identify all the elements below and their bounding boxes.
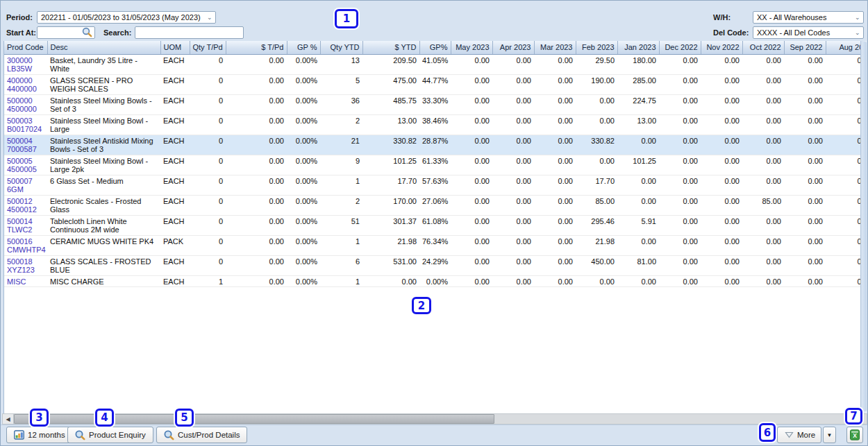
month-1-cell: 0.00	[492, 235, 534, 255]
month-0-cell: 0.00	[451, 135, 492, 155]
prod-code-cell[interactable]: 500016CMWHTP4	[4, 235, 47, 255]
period-dropdown[interactable]: 202211 - 01/05/2023 to 31/05/2023 (May 2…	[37, 11, 216, 24]
prod-code-cell[interactable]: 5000004500000	[4, 94, 47, 114]
gp_tpd-cell: 0.00%	[287, 94, 320, 114]
table-row[interactable]: 5000054500005Stainless Steel Mixing Bowl…	[4, 155, 862, 175]
column-header-qty_tpd[interactable]: Qty T/Pd	[190, 41, 226, 54]
product-enquiry-button[interactable]: Product Enquiry	[67, 427, 153, 443]
amt_tpd-cell: 0.00	[226, 94, 287, 114]
qty_ytd-cell: 1	[320, 175, 362, 195]
month-5-cell: 0.00	[659, 155, 701, 175]
month-0-cell: 0.00	[451, 235, 492, 255]
uom-cell: EACH	[160, 155, 190, 175]
top-toolbar: Period: 202211 - 01/05/2023 to 31/05/202…	[1, 1, 867, 41]
month-1-cell: 0.00	[492, 255, 534, 275]
table-row[interactable]: 500003B0017024Stainless Steel Mixing Bow…	[4, 114, 862, 135]
amt_ytd-cell: 0.00	[362, 275, 419, 287]
table-row[interactable]: MISCMISC CHARGEEACH10.000.00%10.000.00%0…	[4, 275, 862, 287]
del-code-label: Del Code:	[713, 28, 749, 37]
del-code-dropdown[interactable]: XXXX - All Del Codes ⌄	[753, 26, 864, 39]
month-8-cell: 0.00	[784, 54, 826, 74]
table-row[interactable]: 5000076GM6 Glass Set - MediumEACH00.000.…	[4, 175, 862, 195]
qty_ytd-cell: 36	[320, 94, 362, 114]
column-header-month-9[interactable]: Aug 2022	[826, 41, 862, 54]
month-8-cell: 0.00	[784, 235, 826, 255]
table-row[interactable]: 300000LB35WBasket, Laundry 35 Litre - Wh…	[4, 54, 862, 74]
horizontal-scrollbar-thumb[interactable]	[14, 414, 494, 424]
column-header-desc[interactable]: Desc	[47, 41, 160, 54]
search-magnifier-icon[interactable]	[82, 27, 92, 37]
column-header-month-8[interactable]: Sep 2022	[784, 41, 826, 54]
prod-code-cell[interactable]: 500014TLWC2	[4, 215, 47, 235]
prod-code-cell[interactable]: 500018XYZ123	[4, 255, 47, 275]
table-row[interactable]: 5000004500000Stainless Steel Mixing Bowl…	[4, 94, 862, 114]
desc-cell: GLASS SCREEN - PRO WEIGH SCALES	[47, 74, 160, 94]
warehouse-dropdown[interactable]: XX - All Warehouses ⌄	[753, 11, 864, 24]
month-0-cell: 0.00	[451, 255, 492, 275]
search-input[interactable]	[135, 26, 244, 39]
column-header-month-0[interactable]: May 2023	[451, 41, 492, 54]
month-1-cell: 0.00	[492, 114, 534, 135]
month-3-cell: 21.98	[576, 235, 617, 255]
table-row[interactable]: 4000004400000GLASS SCREEN - PRO WEIGH SC…	[4, 74, 862, 94]
table-row[interactable]: 500014TLWC2Tablecloth Linen White Contin…	[4, 215, 862, 235]
twelve-months-button[interactable]: 12 months	[6, 427, 73, 443]
table-row[interactable]: 5000124500012Electronic Scales - Frosted…	[4, 195, 862, 215]
month-7-cell: 0.00	[742, 54, 784, 74]
qty_ytd-cell: 9	[320, 155, 362, 175]
vertical-scrollbar-thumb[interactable]	[862, 42, 867, 411]
column-header-uom[interactable]: UOM	[160, 41, 190, 54]
excel-export-button[interactable]: X	[846, 427, 863, 443]
horizontal-scrollbar[interactable]: ◀	[2, 413, 867, 424]
prod-code-cell[interactable]: 5000076GM	[4, 175, 47, 195]
column-header-month-7[interactable]: Oct 2022	[742, 41, 784, 54]
column-header-month-3[interactable]: Feb 2023	[576, 41, 617, 54]
column-header-amt_ytd[interactable]: $ YTD	[362, 41, 419, 54]
column-header-month-1[interactable]: Apr 2023	[492, 41, 534, 54]
month-3-cell: 450.00	[576, 255, 617, 275]
prod-code-cell[interactable]: 5000124500012	[4, 195, 47, 215]
prod-code-cell[interactable]: 4000004400000	[4, 74, 47, 94]
month-9-cell: 0.00	[826, 175, 862, 195]
qty_tpd-cell: 0	[190, 155, 226, 175]
column-header-month-6[interactable]: Nov 2022	[701, 41, 742, 54]
amt_ytd-cell: 485.75	[362, 94, 419, 114]
desc-cell: Stainless Steel Mixing Bowls - Set of 3	[47, 94, 160, 114]
cust-prod-details-button[interactable]: Cust/Prod Details	[156, 427, 247, 443]
scroll-left-arrow-icon[interactable]: ◀	[3, 414, 14, 424]
column-header-gp_ytd[interactable]: GP%	[419, 41, 451, 54]
vertical-scrollbar[interactable]	[860, 41, 867, 413]
more-button[interactable]: More	[777, 427, 821, 443]
amt_tpd-cell: 0.00	[226, 54, 287, 74]
month-4-cell: 285.00	[617, 74, 659, 94]
qty_tpd-cell: 0	[190, 114, 226, 135]
column-header-month-4[interactable]: Jan 2023	[617, 41, 659, 54]
uom-cell: EACH	[160, 74, 190, 94]
uom-cell: EACH	[160, 195, 190, 215]
month-2-cell: 0.00	[534, 195, 576, 215]
month-9-cell: 0.00	[826, 195, 862, 215]
table-row[interactable]: 500016CMWHTP4CERAMIC MUGS WHITE PK4PACK0…	[4, 235, 862, 255]
month-8-cell: 0.00	[784, 175, 826, 195]
desc-cell: Tablecloth Linen White Continuous 2M wid…	[47, 215, 160, 235]
prod-code-cell[interactable]: 5000047000587	[4, 135, 47, 155]
column-header-amt_tpd[interactable]: $ T/Pd	[226, 41, 287, 54]
month-2-cell: 0.00	[534, 215, 576, 235]
prod-code-cell[interactable]: 300000LB35W	[4, 54, 47, 74]
prod-code-cell[interactable]: MISC	[4, 275, 47, 287]
amt_tpd-cell: 0.00	[226, 195, 287, 215]
more-dropdown-arrow-button[interactable]: ▼	[823, 427, 836, 443]
column-header-gp_tpd[interactable]: GP %	[287, 41, 320, 54]
month-6-cell: 0.00	[701, 215, 742, 235]
prod-code-cell[interactable]: 500003B0017024	[4, 114, 47, 135]
amt_tpd-cell: 0.00	[226, 155, 287, 175]
column-header-month-5[interactable]: Dec 2022	[659, 41, 701, 54]
column-header-qty_ytd[interactable]: Qty YTD	[320, 41, 362, 54]
prod-code-cell[interactable]: 5000054500005	[4, 155, 47, 175]
table-row[interactable]: 500018XYZ123GLASS SCALES - FROSTED BLUEE…	[4, 255, 862, 275]
column-header-month-2[interactable]: Mar 2023	[534, 41, 576, 54]
column-header-code[interactable]: Prod Code	[4, 41, 47, 54]
qty_ytd-cell: 51	[320, 215, 362, 235]
month-2-cell: 0.00	[534, 135, 576, 155]
table-row[interactable]: 5000047000587Stainless Steel Antiskid Mi…	[4, 135, 862, 155]
